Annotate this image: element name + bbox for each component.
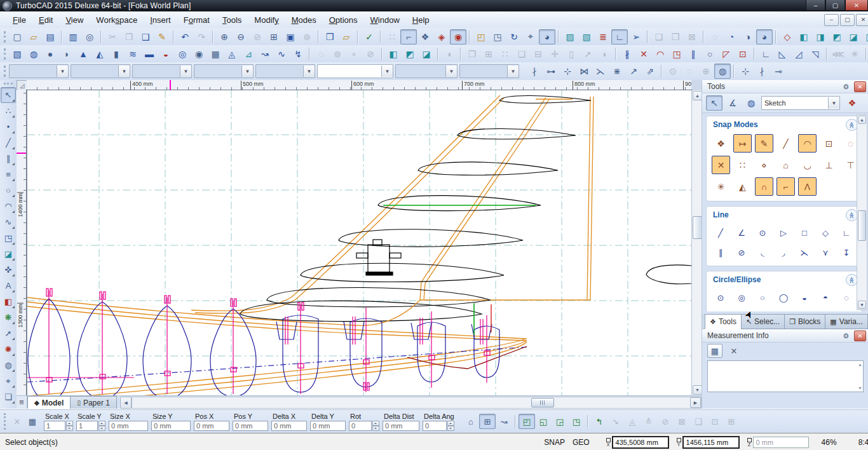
toolbar-button[interactable]	[647, 31, 648, 43]
new-button[interactable]: ▢	[9, 29, 25, 44]
mdi-close-button[interactable]: ✕	[856, 14, 868, 26]
fillet-tool[interactable]: ◠	[652, 46, 668, 62]
3d-polyline-tool[interactable]: ↝	[257, 46, 273, 62]
toolbar-button[interactable]	[380, 31, 381, 43]
print-button[interactable]: ▥	[65, 29, 81, 44]
circle-center-radius-tool[interactable]: ⊙	[712, 289, 729, 306]
boolean-intersect-tool[interactable]: ◪	[418, 46, 435, 62]
3d-mesh-tool[interactable]: ▦	[207, 46, 224, 62]
enclose-tool[interactable]: ⊡	[735, 46, 751, 62]
text-tool[interactable]: A	[1, 278, 16, 294]
parallel-line-tool[interactable]: ∥	[712, 244, 729, 261]
tangent-to-circle-tool[interactable]: ⊘	[733, 244, 750, 261]
3d-spline-tool[interactable]: ∿	[273, 46, 290, 62]
tab-paper1[interactable]: ▯Paper 1	[70, 396, 117, 409]
open-button[interactable]: ▱	[25, 29, 42, 44]
paste-button[interactable]: ❑	[137, 29, 154, 44]
clip-button[interactable]: ❑	[690, 414, 707, 429]
chevron-down-icon[interactable]: ▼	[303, 65, 315, 77]
stack-button[interactable]: ≙	[641, 414, 657, 429]
surface-hatch-tool[interactable]: ⊘	[362, 46, 379, 62]
3d-slab-tool[interactable]: ▬	[141, 46, 158, 62]
pattern-pick-tool[interactable]: ➚	[580, 46, 596, 62]
scroll-up-icon[interactable]: ▲	[858, 362, 862, 367]
pattern-grid-tool[interactable]: ⊟	[530, 46, 546, 62]
circle-tool[interactable]: ○	[1, 182, 16, 198]
mdi-minimize-button[interactable]: –	[824, 14, 839, 26]
scroll-down-button[interactable]: ▼	[693, 385, 702, 395]
chevron-down-icon[interactable]: ▼	[57, 65, 68, 77]
clear-fields-button[interactable]: ✕	[10, 414, 25, 429]
palette-tab-blocks[interactable]: ❒Blocks	[784, 314, 825, 329]
view-filter-all-button[interactable]: ◰	[519, 414, 535, 429]
running-snap-intersection[interactable]: ⋋	[592, 64, 609, 79]
symbol-library-button[interactable]: ❒	[322, 29, 338, 44]
undo-point-button[interactable]: ↰	[591, 414, 607, 429]
tangent-arc-1-tool[interactable]: ◟	[754, 244, 771, 261]
close-icon[interactable]: ✕	[854, 81, 866, 92]
redo-button[interactable]: ↷	[193, 29, 210, 44]
drawing-canvas[interactable]	[27, 90, 692, 395]
warn-triangle-button[interactable]: ◬	[624, 414, 641, 429]
circle-edit-tool[interactable]: ○	[702, 46, 718, 62]
pattern-polar-tool[interactable]: ✛	[546, 46, 563, 62]
3d-hemisphere-tool[interactable]: ◗	[58, 46, 75, 62]
toolbar-button[interactable]	[754, 48, 755, 60]
inspector-field-input[interactable]: 0 mm	[151, 421, 191, 431]
perpendicular-line-tool[interactable]: ∟	[837, 224, 855, 241]
rectangle-tool[interactable]: □	[796, 224, 813, 241]
inspector-field-input[interactable]: 0 mm	[310, 421, 346, 431]
menu-modes[interactable]: Modes	[285, 13, 323, 27]
material-colors-button[interactable]: ≣	[595, 29, 611, 44]
chevron-down-icon[interactable]: ▼	[445, 65, 457, 77]
property-combo-5[interactable]: ▼	[255, 64, 315, 78]
3d-box-tool[interactable]: ▧	[9, 46, 25, 62]
tools-palette-header[interactable]: Tools ❂ ✕	[702, 80, 868, 93]
palette-world-globe[interactable]: ◍	[743, 95, 759, 111]
scroll-down-icon[interactable]: ▼	[858, 386, 862, 390]
tangent-arc-2-tool[interactable]: ◞	[775, 244, 792, 261]
running-snap-arrow-2[interactable]: ⇗	[642, 64, 658, 79]
3d-pyramid-tool[interactable]: ◬	[224, 46, 240, 62]
3d-sphere-tool[interactable]: ●	[42, 46, 58, 62]
inspector-toolbar-button[interactable]	[587, 415, 588, 428]
select-tool[interactable]: ↖	[1, 87, 16, 103]
drafting-frame-button[interactable]: ⌐	[400, 29, 417, 44]
box-x-button[interactable]: ⊠	[674, 414, 690, 429]
rotate-a-tool[interactable]: ◺	[774, 46, 790, 62]
toolbar-button[interactable]	[703, 31, 704, 43]
pin-icon[interactable]: ❂	[840, 331, 852, 341]
view-front-button[interactable]: ◧	[796, 29, 812, 44]
view-filter-f-button[interactable]: ◳	[568, 414, 585, 429]
title-bar[interactable]: TurboCAD 2015 Deluxe 64-bit - [Foka Worl…	[0, 0, 868, 11]
move-tool[interactable]: ✜	[1, 262, 16, 278]
scroll-up-button[interactable]: ▲	[858, 116, 866, 124]
snap-middle[interactable]: ╱	[776, 134, 795, 153]
inspector-field-input[interactable]: 0	[349, 421, 372, 431]
scroll-right-button[interactable]: ▶	[690, 397, 701, 408]
3d-coil-tool[interactable]: ≋	[125, 46, 141, 62]
line-segment-tool[interactable]: ╱	[712, 224, 729, 241]
3d-extrude-tool[interactable]: ⊿	[240, 46, 257, 62]
scroll-tabs-left-button[interactable]: ◀	[120, 397, 132, 409]
toolbar-button[interactable]	[173, 31, 174, 43]
surface-stack-tool[interactable]: ⊚	[329, 46, 346, 62]
solid-tool[interactable]: ◪	[1, 246, 16, 262]
view-back-button[interactable]: ◨	[812, 29, 829, 44]
snap-vertex[interactable]: ↦	[733, 134, 752, 153]
chevron-down-icon[interactable]: ▼	[241, 65, 253, 77]
toolbar-button[interactable]	[826, 48, 827, 60]
snap-intersection[interactable]: ✕	[712, 156, 730, 174]
mdi-restore-button[interactable]: ▢	[840, 14, 855, 26]
maximize-button[interactable]: ▢	[825, 0, 845, 11]
measurement-info-content[interactable]: ▲ ▼	[707, 360, 864, 392]
line-tool[interactable]: ╱	[1, 135, 16, 151]
menu-window[interactable]: Window	[364, 13, 406, 27]
select-rect-button[interactable]: ❏	[651, 29, 667, 44]
x-coordinate-field[interactable]: 435,5008 mm	[612, 436, 669, 449]
rotate-c-tool[interactable]: ◹	[807, 46, 824, 62]
corner-pick-tool[interactable]: ◸	[718, 46, 735, 62]
spinner-buttons[interactable]	[98, 421, 105, 431]
snap-arc-center[interactable]: ◠	[798, 134, 817, 153]
arc-tool[interactable]: ◠	[1, 198, 16, 214]
